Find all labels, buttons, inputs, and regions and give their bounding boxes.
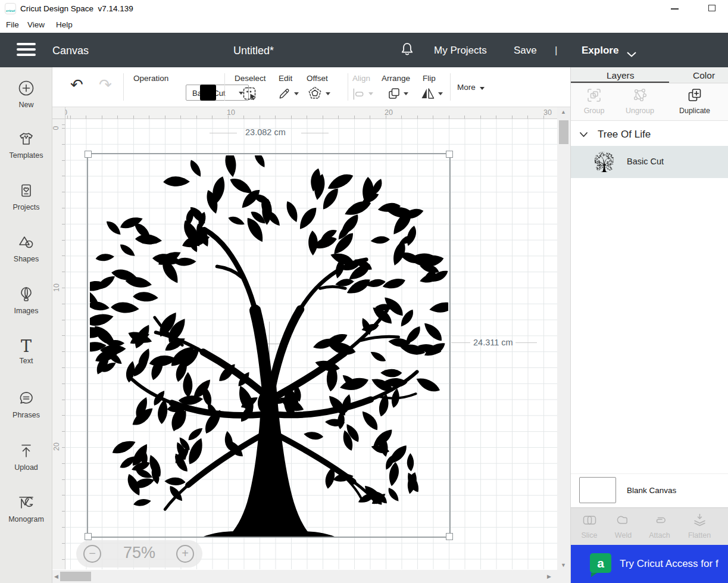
ungroup-icon: [632, 88, 648, 103]
operation-label: Operation: [133, 74, 168, 83]
document-title[interactable]: Untitled*: [233, 45, 274, 57]
deselect-label: Deselect: [235, 74, 266, 83]
scroll-up-icon[interactable]: ▲: [561, 109, 566, 115]
panel-tabs: Layers Color Sync: [571, 67, 728, 83]
sidebar-item-monogram[interactable]: Monogram: [0, 494, 52, 523]
monogram-icon: [17, 494, 35, 511]
deselect-icon[interactable]: [243, 87, 257, 101]
redo-icon[interactable]: ↷: [99, 76, 112, 94]
header-separator: |: [555, 45, 557, 57]
horizontal-ruler: 0 10 20 30: [65, 107, 557, 119]
slice-button[interactable]: Slice: [576, 513, 603, 540]
menu-view[interactable]: View: [27, 20, 45, 29]
maximize-icon[interactable]: [708, 5, 715, 11]
edit-pencil-icon[interactable]: [277, 87, 291, 101]
arrange-icon[interactable]: [387, 86, 401, 101]
menu-help[interactable]: Help: [56, 20, 73, 29]
flatten-button[interactable]: Flatten: [682, 513, 717, 540]
selection-handle-top-left[interactable]: [85, 151, 92, 158]
sidebar-item-images[interactable]: Images: [0, 286, 52, 315]
more-caret-icon[interactable]: [480, 87, 485, 90]
my-projects-link[interactable]: My Projects: [434, 45, 487, 57]
text-icon: T: [0, 338, 52, 355]
templates-icon: [18, 130, 35, 147]
layer-bottom-actions: Slice Weld Attach: [571, 507, 728, 545]
app-title: Cricut Design Space v7.14.139: [20, 4, 133, 13]
selection-handle-bottom-left[interactable]: [85, 533, 92, 540]
duplicate-icon: [687, 88, 702, 103]
sidebar-item-templates[interactable]: Templates: [0, 130, 52, 160]
window-titlebar: cricut Cricut Design Space v7.14.139: [0, 0, 728, 18]
layer-row-selected[interactable]: Basic Cut: [571, 146, 728, 178]
vertical-scroll-thumb[interactable]: [559, 120, 568, 144]
layers-panel: Layers Color Sync Group: [570, 67, 728, 583]
projects-icon: [18, 182, 35, 199]
weld-button[interactable]: Weld: [609, 513, 638, 540]
sidebar-item-projects[interactable]: Projects: [0, 182, 52, 211]
new-icon: [18, 80, 35, 96]
sidebar-item-shapes[interactable]: Shapes: [0, 234, 52, 263]
scrollbar-corner: [557, 570, 570, 583]
offset-icon[interactable]: [308, 86, 322, 101]
sidebar-item-new[interactable]: New: [0, 80, 52, 109]
flip-caret-icon[interactable]: [438, 92, 443, 95]
selection-handle-bottom-right[interactable]: [446, 533, 453, 540]
flip-icon[interactable]: [420, 86, 435, 101]
ruler-corner: [52, 107, 65, 119]
vertical-scrollbar[interactable]: ▲ ▼: [557, 107, 570, 570]
color-swatch-black[interactable]: [200, 85, 216, 101]
explore-chevron-down-icon[interactable]: [627, 52, 636, 57]
ungroup-button[interactable]: Ungroup: [621, 88, 659, 115]
selection-handle-top-right[interactable]: [446, 151, 453, 158]
selection-width-label: 23.082 cm: [245, 127, 286, 137]
scroll-down-icon[interactable]: ▼: [561, 562, 566, 568]
selection-bounding-box: [87, 153, 451, 538]
sidebar-item-phrases[interactable]: Phrases: [0, 390, 52, 419]
arrange-label: Arrange: [382, 74, 410, 83]
sidebar-item-upload[interactable]: Upload: [0, 442, 52, 472]
cricut-access-banner[interactable]: a Try Cricut Access for f: [571, 545, 728, 583]
operation-dropdown[interactable]: Basic Cut: [186, 85, 249, 101]
left-sidebar: New Templates Projects Shapes Images T T…: [0, 67, 52, 583]
undo-icon[interactable]: ↶: [70, 76, 83, 94]
canvas-color-swatch[interactable]: [579, 477, 616, 503]
weld-icon: [616, 513, 631, 528]
explore-menu[interactable]: Explore: [582, 45, 618, 57]
notifications-bell-icon[interactable]: [399, 42, 415, 58]
layer-thumbnail: [595, 149, 614, 174]
align-caret-icon[interactable]: [368, 92, 373, 95]
banner-text: Try Cricut Access for f: [620, 558, 718, 570]
chevron-down-icon[interactable]: [579, 132, 588, 138]
minimize-icon[interactable]: [671, 8, 679, 10]
zoom-control: − 75% +: [76, 540, 202, 568]
phrases-icon: [18, 390, 35, 407]
horizontal-scrollbar[interactable]: ◀ ▶: [52, 570, 557, 583]
menu-file[interactable]: File: [6, 20, 19, 29]
arrange-caret-icon[interactable]: [404, 92, 408, 95]
horizontal-scroll-thumb[interactable]: [60, 572, 91, 581]
group-icon: [586, 88, 602, 103]
duplicate-button[interactable]: Duplicate: [675, 88, 714, 115]
cricut-logo-icon: cricut: [5, 3, 16, 14]
active-tab-underline: [571, 82, 669, 83]
tab-layers[interactable]: Layers: [607, 70, 635, 81]
layer-group-row[interactable]: Tree Of Life: [571, 124, 728, 146]
scroll-left-icon[interactable]: ◀: [54, 573, 58, 579]
sidebar-item-text[interactable]: T Text: [0, 338, 52, 365]
zoom-out-icon[interactable]: −: [83, 545, 101, 563]
canvas-label[interactable]: Canvas: [52, 45, 89, 57]
align-label: Align: [352, 74, 370, 83]
group-button[interactable]: Group: [578, 88, 610, 115]
save-link[interactable]: Save: [514, 45, 537, 57]
zoom-level: 75%: [111, 544, 168, 562]
zoom-in-icon[interactable]: +: [176, 545, 194, 563]
more-label[interactable]: More: [457, 83, 476, 92]
scroll-right-icon[interactable]: ▶: [547, 573, 551, 579]
attach-button[interactable]: Attach: [643, 513, 676, 540]
blank-canvas-row[interactable]: Blank Canvas: [571, 473, 728, 507]
hamburger-menu-icon[interactable]: [17, 43, 36, 57]
menubar: File View Help: [0, 18, 728, 33]
align-icon[interactable]: [352, 88, 365, 101]
edit-caret-icon[interactable]: [294, 92, 299, 95]
offset-caret-icon[interactable]: [326, 92, 330, 95]
